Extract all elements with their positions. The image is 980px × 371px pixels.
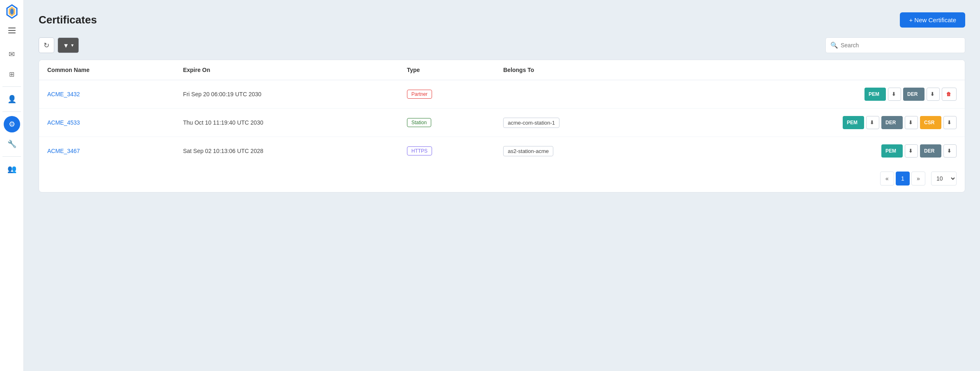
pagination-next[interactable]: »: [911, 172, 925, 186]
new-certificate-button[interactable]: + New Certificate: [900, 12, 965, 28]
actions-row3: PEM ⬇ DER ⬇: [671, 144, 957, 158]
col-belongs-to: Belongs To: [495, 60, 663, 80]
main-content: Certificates + New Certificate ↻ ▼ ▾ 🔍 C…: [24, 0, 980, 371]
refresh-icon: ↻: [44, 41, 49, 50]
col-type: Type: [399, 60, 495, 80]
nav-divider-1: [2, 86, 21, 87]
pagination-page-1[interactable]: 1: [896, 172, 910, 186]
logo: [5, 4, 19, 21]
person-icon: 👤: [7, 95, 16, 104]
type-badge-row2: Station: [407, 118, 431, 127]
expire-date-row1: Fri Sep 20 06:00:19 UTC 2030: [175, 80, 399, 109]
pem-button-row3[interactable]: PEM: [881, 144, 903, 158]
pagination: « 1 » 10 25 50 100: [39, 165, 965, 192]
tools-icon: 🔧: [7, 139, 16, 148]
pem-download-button-row2[interactable]: ⬇: [866, 116, 879, 129]
sidebar-item-users[interactable]: 👥: [4, 161, 20, 177]
der-button-row3[interactable]: DER: [920, 144, 941, 158]
nav-divider-2: [2, 111, 21, 112]
type-badge-row3: HTTPS: [407, 146, 432, 155]
search-input[interactable]: [825, 37, 965, 53]
certificates-table: Common Name Expire On Type Belongs To AC…: [39, 60, 965, 165]
cert-link-acme3467[interactable]: ACME_3467: [47, 148, 80, 154]
sidebar-item-settings[interactable]: ⚙: [4, 116, 20, 132]
table-body: ACME_3432 Fri Sep 20 06:00:19 UTC 2030 P…: [39, 80, 965, 165]
pagination-prev[interactable]: «: [880, 172, 894, 186]
sidebar-item-mail[interactable]: ✉: [4, 46, 20, 63]
type-badge-row1: Partner: [407, 90, 432, 99]
belongs-tag-row3: as2-station-acme: [503, 146, 553, 156]
sidebar-item-person[interactable]: 👤: [4, 91, 20, 107]
grid-icon: ⊞: [9, 70, 14, 78]
der-button-row1[interactable]: DER: [903, 88, 925, 101]
per-page-select[interactable]: 10 25 50 100: [931, 172, 957, 186]
cert-link-acme3432[interactable]: ACME_3432: [47, 91, 80, 97]
sidebar: ✉ ⊞ 👤 ⚙ 🔧 👥: [0, 0, 24, 371]
refresh-button[interactable]: ↻: [39, 37, 54, 53]
settings-icon: ⚙: [9, 120, 15, 129]
toolbar: ↻ ▼ ▾ 🔍: [39, 37, 965, 53]
nav-divider-3: [2, 156, 21, 157]
expire-date-row2: Thu Oct 10 11:19:40 UTC 2030: [175, 109, 399, 137]
mail-icon: ✉: [9, 50, 15, 59]
users-icon: 👥: [7, 165, 16, 174]
sidebar-item-tools[interactable]: 🔧: [4, 136, 20, 152]
actions-row2: PEM ⬇ DER ⬇ CSR ⬇: [671, 116, 957, 129]
toolbar-left: ↻ ▼ ▾: [39, 37, 79, 53]
col-actions: [663, 60, 965, 80]
delete-button-row1[interactable]: 🗑: [942, 88, 957, 101]
csr-download-button-row2[interactable]: ⬇: [943, 116, 957, 129]
der-download-button-row3[interactable]: ⬇: [943, 144, 957, 158]
cert-link-acme4533[interactable]: ACME_4533: [47, 119, 80, 126]
table-row: ACME_4533 Thu Oct 10 11:19:40 UTC 2030 S…: [39, 109, 965, 137]
col-expire-on: Expire On: [175, 60, 399, 80]
menu-toggle-button[interactable]: [5, 23, 19, 38]
csr-button-row2[interactable]: CSR: [920, 116, 941, 129]
table-row: ACME_3467 Sat Sep 02 10:13:06 UTC 2028 H…: [39, 137, 965, 165]
filter-icon: ▼: [63, 42, 69, 49]
page-header: Certificates + New Certificate: [39, 12, 965, 28]
table-header: Common Name Expire On Type Belongs To: [39, 60, 965, 80]
belongs-to-row1: [495, 80, 663, 109]
filter-button[interactable]: ▼ ▾: [58, 37, 79, 53]
der-button-row2[interactable]: DER: [881, 116, 903, 129]
sidebar-item-grid[interactable]: ⊞: [4, 66, 20, 82]
certificates-table-container: Common Name Expire On Type Belongs To AC…: [39, 60, 965, 192]
expire-date-row3: Sat Sep 02 10:13:06 UTC 2028: [175, 137, 399, 165]
pem-button-row1[interactable]: PEM: [864, 88, 886, 101]
search-icon: 🔍: [830, 42, 838, 49]
pem-download-button-row3[interactable]: ⬇: [905, 144, 918, 158]
search-wrapper: 🔍: [825, 37, 965, 53]
der-download-button-row2[interactable]: ⬇: [905, 116, 918, 129]
actions-row1: PEM ⬇ DER ⬇ 🗑: [671, 88, 957, 101]
pem-download-button-row1[interactable]: ⬇: [888, 88, 901, 101]
table-row: ACME_3432 Fri Sep 20 06:00:19 UTC 2030 P…: [39, 80, 965, 109]
filter-dropdown-icon: ▾: [71, 42, 74, 48]
belongs-tag-row2: acme-com-station-1: [503, 118, 559, 128]
page-title: Certificates: [39, 14, 97, 26]
col-common-name: Common Name: [39, 60, 175, 80]
der-download-button-row1[interactable]: ⬇: [927, 88, 940, 101]
pem-button-row2[interactable]: PEM: [843, 116, 864, 129]
